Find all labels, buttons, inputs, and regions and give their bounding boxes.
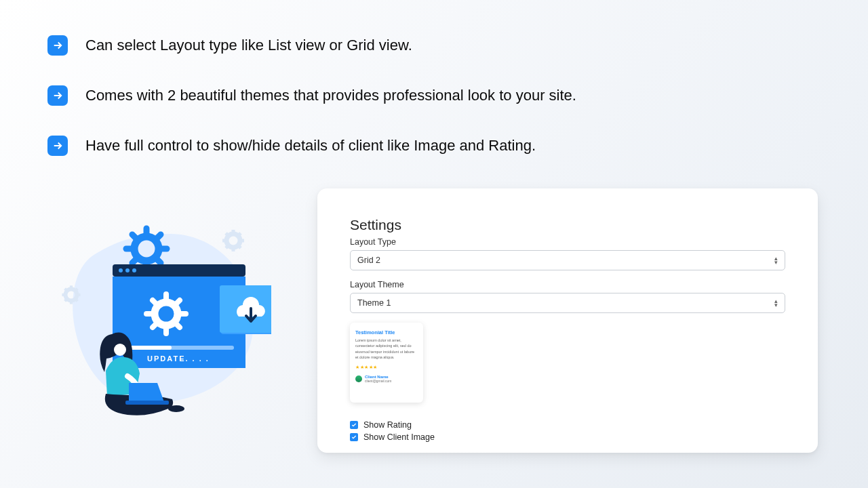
- settings-title: Settings: [350, 217, 785, 233]
- settings-panel: Settings Layout Type Grid 2 ▴▾ Layout Th…: [317, 188, 818, 453]
- theme-preview-card: Testimonial Title Lorem ipsum dolor sit …: [350, 323, 423, 403]
- layout-type-select[interactable]: Grid 2 ▴▾: [350, 250, 785, 270]
- svg-point-46: [168, 405, 184, 412]
- svg-point-0: [226, 234, 240, 247]
- svg-point-29: [125, 268, 130, 272]
- cloud-download-icon: [220, 285, 271, 334]
- feature-text: Can select Layout type like List view or…: [85, 37, 412, 54]
- preview-body: Lorem ipsum dolor sit amet, consectetur …: [355, 338, 418, 360]
- svg-line-6: [239, 233, 241, 235]
- svg-line-24: [157, 235, 161, 238]
- checkbox-checked-icon[interactable]: [350, 433, 358, 441]
- show-rating-row[interactable]: Show Rating: [350, 420, 785, 430]
- svg-line-25: [132, 260, 136, 263]
- svg-point-9: [66, 289, 77, 301]
- svg-line-26: [157, 260, 161, 263]
- svg-line-7: [226, 246, 228, 248]
- feature-text: Comes with 2 beautiful themes that provi…: [85, 87, 576, 104]
- svg-line-5: [226, 233, 228, 235]
- display-options: Show Rating Show Client Image: [350, 420, 785, 442]
- svg-line-40: [176, 324, 180, 327]
- preview-client: Client Name client@gmail.com: [355, 375, 418, 383]
- update-illustration: UPDATE. . . .: [47, 214, 271, 424]
- feature-item: Comes with 2 beautiful themes that provi…: [47, 85, 827, 106]
- svg-line-8: [239, 246, 241, 248]
- feature-item: Have full control to show/hide details o…: [47, 136, 827, 156]
- show-client-image-label: Show Client Image: [363, 432, 435, 442]
- avatar-icon: [355, 375, 362, 382]
- chevron-sort-icon: ▴▾: [774, 256, 778, 264]
- svg-line-39: [153, 324, 156, 327]
- svg-line-17: [76, 300, 78, 302]
- svg-line-16: [65, 300, 67, 302]
- svg-point-28: [119, 268, 123, 272]
- svg-point-45: [114, 344, 126, 356]
- feature-list: Can select Layout type like List view or…: [47, 35, 827, 186]
- feature-text: Have full control to show/hide details o…: [85, 137, 536, 155]
- layout-theme-select[interactable]: Theme 1 ▴▾: [350, 293, 785, 313]
- svg-line-38: [176, 300, 180, 304]
- svg-line-37: [153, 300, 156, 304]
- feature-item: Can select Layout type like List view or…: [47, 35, 827, 56]
- checkbox-checked-icon[interactable]: [350, 421, 358, 429]
- arrow-right-icon: [47, 35, 68, 56]
- layout-type-label: Layout Type: [350, 237, 785, 247]
- update-label: UPDATE. . . .: [147, 354, 210, 363]
- show-client-image-row[interactable]: Show Client Image: [350, 432, 785, 442]
- preview-client-email: client@gmail.com: [365, 379, 392, 383]
- svg-line-14: [65, 289, 67, 291]
- svg-line-23: [132, 235, 136, 238]
- svg-line-15: [76, 289, 78, 291]
- layout-theme-label: Layout Theme: [350, 280, 785, 289]
- arrow-right-icon: [47, 85, 68, 106]
- svg-point-30: [132, 268, 136, 272]
- chevron-sort-icon: ▴▾: [774, 299, 778, 307]
- star-rating-icon: ★★★★★: [355, 365, 418, 370]
- layout-theme-value: Theme 1: [357, 298, 391, 308]
- arrow-right-icon: [47, 136, 68, 156]
- show-rating-label: Show Rating: [363, 420, 412, 430]
- layout-type-value: Grid 2: [357, 256, 380, 265]
- svg-rect-47: [125, 401, 169, 405]
- preview-title: Testimonial Title: [355, 329, 418, 336]
